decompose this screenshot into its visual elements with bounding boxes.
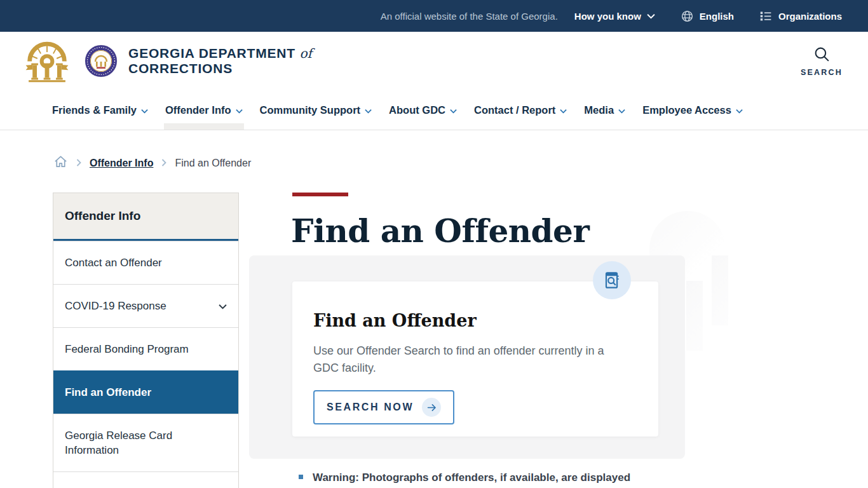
sidebar-item-federal-bonding-program[interactable]: Federal Bonding Program (53, 327, 238, 370)
card-title: Find an Offender (313, 311, 633, 330)
sidebar-item-label: COVID-19 Response (65, 299, 166, 313)
nav-item-friends-family[interactable]: Friends & Family (52, 91, 148, 130)
nav-label: Offender Info (165, 104, 231, 116)
page-title: Find an Offender (291, 212, 589, 250)
organizations-label: Organizations (778, 11, 842, 22)
nav-item-community-support[interactable]: Community Support (260, 91, 372, 130)
official-website-text: An official website of the State of Geor… (381, 11, 558, 22)
chevron-down-icon (141, 104, 148, 116)
breadcrumb-current: Find an Offender (175, 158, 251, 169)
chevron-down-icon (560, 104, 567, 116)
organizations-link[interactable]: Organizations (759, 10, 842, 23)
nav-label: Media (584, 104, 614, 116)
chevron-down-icon (236, 104, 243, 116)
arch-icon (23, 34, 71, 83)
language-label: English (700, 11, 734, 22)
home-icon[interactable] (53, 154, 68, 172)
how-you-know-label: How you know (574, 11, 641, 22)
hero-section: Find an Offender Use our Offender Search… (249, 255, 685, 459)
georgia-arch-logo[interactable] (10, 22, 84, 95)
find-offender-card: Find an Offender Use our Offender Search… (292, 281, 658, 437)
gdc-seal-icon (85, 44, 118, 78)
chevron-down-icon (736, 104, 743, 116)
warning-text: Warning: Photographs of offenders, if av… (313, 470, 630, 485)
agency-of: of (300, 46, 312, 61)
how-you-know-toggle[interactable]: How you know (574, 11, 655, 22)
chevron-down-icon (647, 13, 655, 19)
nav-item-media[interactable]: Media (584, 91, 625, 130)
warning-list-item: Warning: Photographs of offenders, if av… (299, 470, 693, 485)
breadcrumb-link-offender-info[interactable]: Offender Info (90, 158, 153, 169)
sidebar-item-label: Contact an Offender (65, 255, 162, 270)
chevron-down-icon (365, 104, 372, 116)
globe-icon (681, 10, 694, 23)
sidebar-title: Offender Info (53, 193, 238, 241)
sidebar-item-find-an-offender[interactable]: Find an Offender (53, 370, 238, 414)
search-now-button[interactable]: SEARCH NOW (313, 390, 454, 424)
search-label: SEARCH (801, 68, 843, 77)
sidebar-item-georgia-release-card[interactable]: Georgia Release Card Information (53, 414, 238, 471)
search-icon (813, 46, 831, 65)
language-selector[interactable]: English (681, 10, 734, 23)
nav-label: Community Support (260, 104, 361, 116)
sidebar-item-label: Federal Bonding Program (65, 342, 189, 356)
nav-item-offender-info[interactable]: Offender Info (165, 91, 243, 130)
chevron-down-icon (450, 104, 457, 116)
sidebar-item-contact-an-offender[interactable]: Contact an Offender (53, 241, 238, 284)
chevron-right-icon (76, 158, 81, 169)
sidebar-item-label: Find an Offender (65, 385, 151, 400)
nav-item-employee-access[interactable]: Employee Access (642, 91, 743, 130)
nav-label: Contact / Report (474, 104, 555, 116)
bullet-icon (299, 475, 303, 479)
offender-search-badge (593, 261, 631, 299)
sidebar-item-incarcerated-veterans[interactable]: Incarcerated Veterans (53, 471, 238, 488)
document-search-icon (600, 269, 623, 292)
site-header: GEORGIA DEPARTMENT of CORRECTIONS SEARCH (0, 32, 868, 91)
nav-label: About GDC (389, 104, 445, 116)
search-now-label: SEARCH NOW (327, 402, 414, 413)
agency-line2: CORRECTIONS (128, 61, 312, 76)
header-search-button[interactable]: SEARCH (801, 46, 843, 77)
nav-item-about-gdc[interactable]: About GDC (389, 91, 457, 130)
chevron-down-icon (618, 104, 625, 116)
sidebar-offender-info: Offender Info Contact an Offender COVID-… (53, 193, 239, 488)
list-icon (759, 10, 773, 23)
card-description: Use our Offender Search to find an offen… (313, 342, 631, 377)
main-nav: Friends & Family Offender Info Community… (0, 91, 868, 130)
agency-line1: GEORGIA DEPARTMENT (128, 46, 295, 60)
nav-item-contact-report[interactable]: Contact / Report (474, 91, 567, 130)
nav-label: Friends & Family (52, 104, 137, 116)
arrow-right-icon (422, 398, 441, 417)
chevron-down-icon[interactable] (219, 299, 227, 313)
agency-title[interactable]: GEORGIA DEPARTMENT of CORRECTIONS (128, 46, 312, 76)
title-accent-bar (292, 193, 348, 196)
chevron-right-icon (161, 158, 166, 169)
nav-label: Employee Access (642, 104, 731, 116)
sidebar-item-label: Georgia Release Card Information (65, 428, 227, 458)
sidebar-item-covid-19-response[interactable]: COVID-19 Response (53, 284, 238, 327)
breadcrumb: Offender Info Find an Offender (53, 154, 251, 172)
utility-bar: An official website of the State of Geor… (0, 0, 868, 32)
